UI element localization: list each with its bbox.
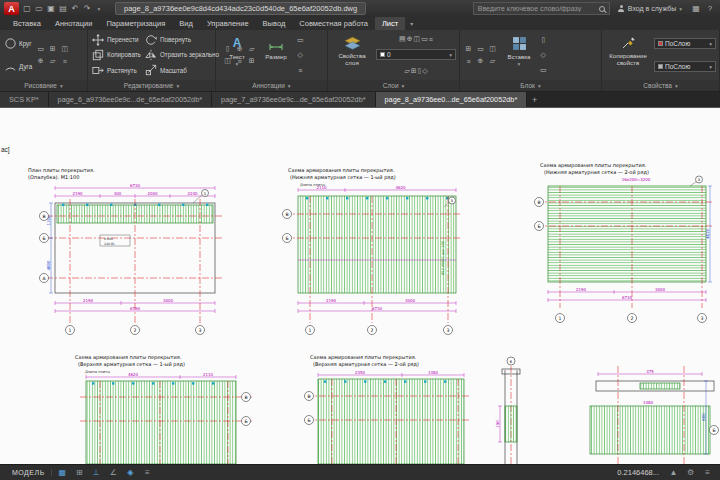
dim-label: 2000 bbox=[147, 191, 158, 196]
layer-tool-icon[interactable]: ▭ bbox=[421, 35, 428, 43]
file-tab-scs[interactable]: SCS KP* bbox=[0, 92, 49, 107]
draw-tool-icon[interactable]: ▱ bbox=[47, 56, 58, 67]
draw-tool-icon[interactable]: ≡ bbox=[59, 56, 70, 67]
draw-tool-icon[interactable]: ⊞ bbox=[47, 44, 58, 55]
block-tool-icon[interactable]: ▱ bbox=[487, 56, 498, 67]
layer-tool-icon[interactable]: ▯ bbox=[418, 67, 422, 75]
draw-tool-icon[interactable]: ▭ bbox=[35, 44, 46, 55]
new-icon[interactable]: ▢ bbox=[21, 4, 33, 13]
tab-output[interactable]: Вывод bbox=[256, 17, 293, 30]
tab-view[interactable]: Вид bbox=[172, 17, 200, 30]
open-icon[interactable]: ▭ bbox=[33, 4, 45, 13]
undo-icon[interactable]: ↶ bbox=[69, 4, 81, 13]
panel-label-layers[interactable]: Слои▾ bbox=[328, 80, 459, 91]
file-tab-page6[interactable]: page_6_a9736ee0e9c...de_65e6af20052db* bbox=[49, 92, 212, 107]
draw-tool-icon[interactable]: ◫ bbox=[59, 44, 70, 55]
tab-annotate[interactable]: Аннотации bbox=[48, 17, 100, 30]
panel-label-properties[interactable]: Свойства▾ bbox=[602, 80, 719, 91]
save-icon[interactable]: ▣ bbox=[45, 4, 57, 13]
drawing-canvas[interactable]: ас] План плиты перекрытия. (Опалубка). М… bbox=[0, 108, 720, 464]
scale-button[interactable]: Масштаб bbox=[144, 64, 219, 77]
mirror-button[interactable]: Отразить зеркально bbox=[144, 48, 219, 61]
layer-tool-icon[interactable]: ⊕ bbox=[407, 35, 413, 43]
search-input[interactable] bbox=[478, 5, 596, 12]
view-section-detail: 6 150 bbox=[495, 357, 521, 464]
annotate-tool-icon[interactable]: ◇ bbox=[297, 51, 304, 59]
osnap-icon[interactable]: ◈ bbox=[124, 468, 137, 477]
grid-icon[interactable]: ▦ bbox=[56, 468, 69, 477]
annotate-tool-icon[interactable]: ▭ bbox=[297, 36, 304, 44]
annotation-scale-icon[interactable]: ▲ bbox=[667, 468, 680, 477]
draw-tool-icon[interactable]: ⊕ bbox=[35, 56, 46, 67]
layer-tool-icon[interactable]: ◇ bbox=[422, 67, 427, 75]
file-tab-page7[interactable]: page_7_a9736ee0e9c...de_65e6af20052db* bbox=[212, 92, 375, 107]
copy-button[interactable]: Копировать bbox=[91, 48, 141, 61]
layer-properties-button[interactable]: Свойства слоя bbox=[331, 32, 373, 78]
text-icon: А bbox=[227, 34, 247, 52]
lineweight-icon[interactable]: ≡ bbox=[141, 468, 154, 477]
search-icon[interactable] bbox=[599, 6, 605, 12]
tab-parametric[interactable]: Параметризация bbox=[99, 17, 172, 30]
circle-button[interactable]: Круг bbox=[3, 37, 32, 50]
layer-tool-icon[interactable]: ⊞ bbox=[411, 67, 417, 75]
insert-block-button[interactable]: Вставка ▾ bbox=[501, 32, 537, 78]
block-tool-icon[interactable]: ▭ bbox=[540, 66, 547, 74]
arc-button[interactable]: Дуга bbox=[3, 60, 32, 73]
qat-dropdown-icon[interactable]: ▾ bbox=[93, 6, 105, 12]
block-tool-icon[interactable]: ⊕ bbox=[475, 56, 486, 67]
dim-label: 3000 bbox=[163, 298, 174, 303]
signin-label: Вход в службы bbox=[628, 5, 676, 12]
annotate-tool-icon[interactable]: ≡ bbox=[297, 67, 304, 74]
customize-icon[interactable]: ≡ bbox=[701, 468, 714, 477]
dimension-icon bbox=[266, 34, 286, 52]
plot-icon[interactable]: ▤ bbox=[57, 4, 69, 13]
block-tool-icon[interactable]: ≡ bbox=[463, 56, 474, 67]
ribbon-collapse-icon[interactable]: ▾ bbox=[405, 17, 418, 30]
polar-icon[interactable]: ∠ bbox=[107, 468, 120, 477]
text-button[interactable]: А Текст ▾ bbox=[219, 32, 255, 78]
layer-tool-icon[interactable]: ▱ bbox=[404, 67, 409, 75]
layer-dropdown[interactable]: 0 ▾ bbox=[376, 49, 456, 60]
drawing-svg[interactable]: План плиты перекрытия. (Опалубка). М1:10… bbox=[0, 108, 720, 464]
dim-label: 2190 bbox=[72, 191, 83, 196]
rotate-button[interactable]: Повернуть bbox=[144, 33, 219, 46]
layer-tool-icon[interactable]: ≡ bbox=[429, 35, 433, 43]
panel-label-modify[interactable]: Редактирование▾ bbox=[88, 80, 215, 91]
block-tool-icon[interactable]: ◇ bbox=[540, 51, 547, 59]
tab-manage[interactable]: Управление bbox=[200, 17, 256, 30]
redo-icon[interactable]: ↷ bbox=[81, 4, 93, 13]
axis-label: Б bbox=[42, 236, 45, 241]
panel-label-draw[interactable]: Рисование▾ bbox=[0, 80, 87, 91]
apps-icon[interactable]: ▦ bbox=[690, 4, 702, 13]
dim-label: 2240 bbox=[187, 191, 198, 196]
view-title: Схема армирования плиты перекрытия. bbox=[540, 162, 647, 169]
axis-label: В bbox=[285, 212, 288, 217]
ortho-icon[interactable]: ⊥ bbox=[90, 468, 103, 477]
signin-button[interactable]: Вход в службы ▾ bbox=[618, 5, 682, 12]
tab-insert[interactable]: Вставка bbox=[6, 17, 48, 30]
block-tool-icon[interactable]: ▯ bbox=[540, 36, 547, 44]
block-tool-icon[interactable]: ⊞ bbox=[463, 44, 474, 55]
snap-icon[interactable]: ⊞ bbox=[73, 468, 86, 477]
match-properties-button[interactable]: Копирование свойств bbox=[605, 32, 651, 78]
help-icon[interactable]: ? bbox=[704, 4, 716, 13]
block-tool-icon[interactable]: ◫ bbox=[487, 44, 498, 55]
layer-tool-icon[interactable]: ◫ bbox=[414, 35, 421, 43]
layer-tool-icon[interactable]: ▤ bbox=[399, 35, 406, 43]
panel-label-block[interactable]: Блок▾ bbox=[460, 80, 601, 91]
new-tab-button[interactable]: + bbox=[527, 92, 542, 107]
tab-collaborate[interactable]: Совместная работа bbox=[292, 17, 375, 30]
move-button[interactable]: Перенести bbox=[91, 33, 141, 46]
block-tool-icon[interactable]: ▭ bbox=[475, 44, 486, 55]
model-space-button[interactable]: МОДЕЛЬ bbox=[6, 469, 52, 476]
tab-layout[interactable]: Лист bbox=[375, 17, 405, 30]
color-dropdown[interactable]: ПоСлою ▾ bbox=[654, 38, 716, 49]
file-tab-page8[interactable]: page_8_a9736ee0...de_65e6af20052db* bbox=[376, 92, 528, 107]
stretch-button[interactable]: Растянуть bbox=[91, 64, 141, 77]
dim-label: 4620 bbox=[705, 228, 710, 239]
linetype-dropdown[interactable]: ПоСлою ▾ bbox=[654, 61, 716, 72]
workspace-gear-icon[interactable]: ⚙ bbox=[684, 468, 697, 477]
autocad-logo[interactable]: A bbox=[4, 2, 19, 15]
panel-label-annotate[interactable]: Аннотации▾ bbox=[216, 80, 327, 91]
dimension-button[interactable]: Размер bbox=[258, 32, 294, 78]
